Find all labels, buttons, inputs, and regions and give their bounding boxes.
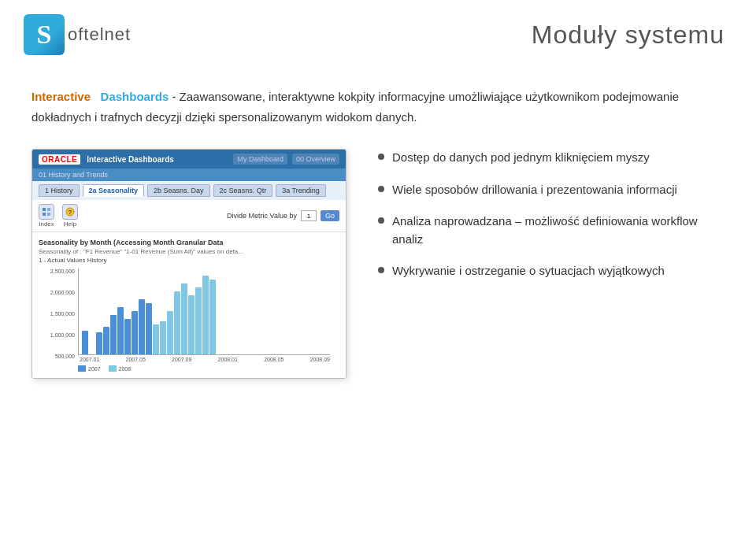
dash-title-bar-text: Interactive Dashboards bbox=[87, 155, 174, 164]
index-label: Index bbox=[39, 220, 54, 228]
bar-2008-03 bbox=[167, 311, 173, 354]
dash-sub-bar: 01 History and Trends bbox=[32, 169, 346, 181]
bar-2008-01 bbox=[153, 324, 159, 354]
bullet-dot-2 bbox=[378, 186, 384, 192]
y-label-5: 2,500,000 bbox=[39, 269, 75, 274]
y-label-3: 1,500,000 bbox=[39, 311, 75, 317]
chart-legend-row: 2007 2008 bbox=[78, 365, 330, 372]
bar-group-3 bbox=[103, 327, 109, 354]
page-title: Moduły systemu bbox=[532, 20, 724, 50]
dash-tab-2b[interactable]: 2b Seasns. Day bbox=[147, 184, 210, 197]
legend-2008: 2008 bbox=[109, 365, 132, 372]
dashboard-preview: ORACLE Interactive Dashboards My Dashboa… bbox=[32, 149, 346, 379]
bar-2008-08 bbox=[202, 276, 209, 354]
dash-chart-legend: 1 - Actual Values History bbox=[39, 257, 339, 264]
y-label-1: 500,000 bbox=[39, 354, 75, 359]
bar-2007-03 bbox=[103, 327, 109, 354]
bar-2007-02 bbox=[96, 332, 102, 354]
bar-group-5 bbox=[117, 307, 124, 354]
x-label-3: 2007.09 bbox=[172, 357, 191, 362]
x-label-1: 2007.01 bbox=[80, 357, 99, 362]
logo-rest-text: oftelnet bbox=[68, 24, 131, 45]
bar-group-6 bbox=[124, 319, 131, 354]
bar-group-15 bbox=[188, 295, 195, 354]
bar-group-4 bbox=[110, 315, 117, 354]
dash-tab-2c[interactable]: 2c Seasns. Qtr bbox=[213, 184, 273, 197]
bar-2007-04 bbox=[110, 315, 117, 354]
dash-tab-bar: 1 History 2a Seasonality 2b Seasns. Day … bbox=[32, 181, 346, 200]
bullet-item-2: Wiele sposobów drillowania i prezentowan… bbox=[378, 181, 724, 199]
oracle-logo: ORACLE bbox=[39, 154, 80, 165]
bar-group-1 bbox=[82, 331, 95, 354]
y-label-4: 2,000,000 bbox=[39, 290, 75, 295]
dash-tab-2a[interactable]: 2a Seasonality bbox=[83, 184, 145, 197]
dash-nav-items: My Dashboard 00 Overview bbox=[233, 154, 339, 165]
svg-rect-3 bbox=[47, 213, 50, 216]
bar-2007-09 bbox=[146, 303, 152, 354]
bar-group-11 bbox=[160, 321, 166, 354]
bar-group-9 bbox=[146, 303, 152, 354]
bar-2008-04 bbox=[174, 291, 180, 354]
logo: S oftelnet bbox=[24, 14, 131, 55]
bar-chart-area bbox=[78, 269, 330, 355]
dash-top-bar: ORACLE Interactive Dashboards My Dashboa… bbox=[32, 150, 346, 169]
dash-nav-item-2: 00 Overview bbox=[292, 154, 339, 165]
index-icon-btn[interactable]: Index bbox=[39, 204, 54, 228]
bullet-text-1: Dostęp do danych pod jednym kliknięciem … bbox=[392, 149, 724, 167]
dash-tab-3a[interactable]: 3a Trending bbox=[276, 184, 326, 197]
bar-group-16 bbox=[195, 287, 202, 354]
bar-group-8 bbox=[139, 299, 145, 354]
bar-2008-05 bbox=[181, 283, 187, 354]
bar-group-18 bbox=[209, 280, 216, 354]
svg-text:?: ? bbox=[69, 209, 72, 216]
help-icon: ? bbox=[62, 204, 78, 220]
index-icon bbox=[39, 204, 54, 220]
bar-2007-01 bbox=[82, 331, 88, 354]
bar-2008-07 bbox=[195, 287, 202, 354]
help-icon-btn[interactable]: ? Help bbox=[62, 204, 78, 228]
go-button[interactable]: Go bbox=[321, 210, 339, 221]
bullet-dot-3 bbox=[378, 217, 384, 224]
y-axis-labels: 500,000 1,000,000 1,500,000 2,000,000 2,… bbox=[39, 269, 75, 359]
divide-label: Divide Metric Value by bbox=[227, 212, 297, 220]
divide-section: Divide Metric Value by Go bbox=[227, 210, 339, 221]
x-label-6: 2008.09 bbox=[310, 357, 330, 362]
keyword-interactive: Interactive bbox=[32, 90, 91, 103]
divide-input[interactable] bbox=[301, 210, 317, 221]
bullet-list: Dostęp do danych pod jednym kliknięciem … bbox=[370, 149, 724, 295]
bar-2008-06 bbox=[188, 295, 195, 354]
intro-paragraph: Interactive Dashboards - Zaawansowane, i… bbox=[32, 87, 724, 127]
x-axis-labels: 2007.01 2007.05 2007.09 2008.01 2008.05 … bbox=[78, 355, 330, 362]
bar-group-2 bbox=[96, 332, 102, 354]
bar-2008-09 bbox=[209, 280, 216, 354]
dash-tab-1[interactable]: 1 History bbox=[39, 184, 80, 197]
legend-2008-color bbox=[109, 365, 117, 372]
bullet-item-4: Wykrywanie i ostrzeganie o sytuacjach wy… bbox=[378, 262, 724, 280]
logo-box: S bbox=[24, 14, 65, 55]
dash-nav-item-1: My Dashboard bbox=[233, 154, 287, 165]
bar-group-10 bbox=[153, 324, 159, 354]
x-label-4: 2008.01 bbox=[218, 357, 238, 362]
bar-group-17 bbox=[202, 276, 209, 354]
svg-rect-2 bbox=[47, 208, 50, 211]
keyword-dashboards: Dashboards bbox=[101, 90, 169, 103]
legend-2007: 2007 bbox=[78, 365, 101, 372]
dash-controls: Index ? Help Divide Metric Value by Go bbox=[32, 200, 346, 232]
main-content: Interactive Dashboards - Zaawansowane, i… bbox=[0, 63, 756, 395]
bar-2007-07 bbox=[132, 311, 138, 354]
dash-chart-area: Seasonality by Month (Accessing Month Gr… bbox=[32, 232, 346, 378]
logo-s-letter: S bbox=[37, 21, 52, 48]
bar-2008-02 bbox=[160, 321, 166, 354]
bullet-dot-4 bbox=[378, 267, 384, 273]
x-label-5: 2008.05 bbox=[264, 357, 284, 362]
x-label-2: 2007.05 bbox=[126, 357, 146, 362]
bar-2007-05 bbox=[117, 307, 124, 354]
bar-group-14 bbox=[181, 283, 187, 354]
svg-rect-0 bbox=[43, 208, 46, 211]
bullet-text-2: Wiele sposobów drillowania i prezentowan… bbox=[392, 181, 724, 199]
bullet-item-3: Analiza naprowadzana – możliwość definio… bbox=[378, 213, 724, 248]
bar-group-7 bbox=[132, 311, 138, 354]
bullet-item-1: Dostęp do danych pod jednym kliknięciem … bbox=[378, 149, 724, 167]
help-label: Help bbox=[64, 220, 76, 228]
dash-chart-title: Seasonality by Month (Accessing Month Gr… bbox=[39, 239, 339, 246]
